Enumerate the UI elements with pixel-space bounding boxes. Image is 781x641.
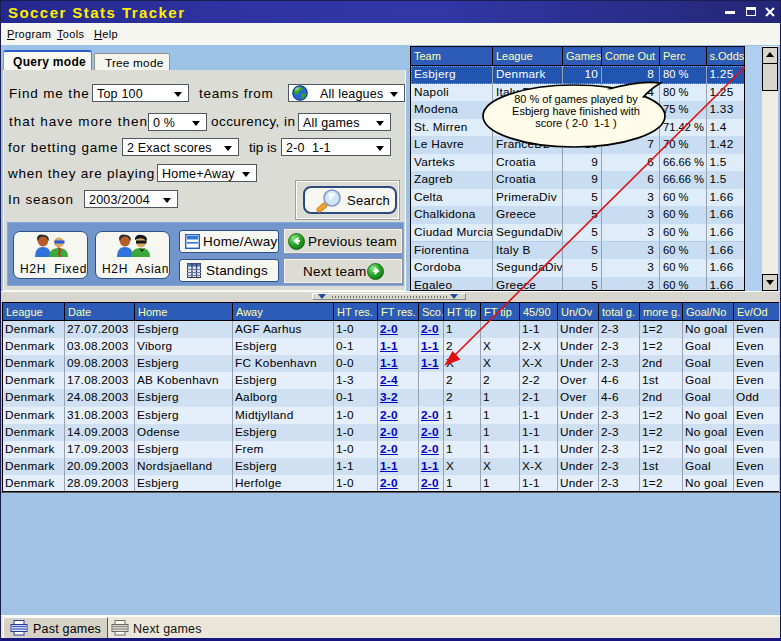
- svg-text:score ( 2-0 1-1 ): score ( 2-0 1-1 ): [535, 117, 616, 129]
- svg-text:80 % of games played by: 80 % of games played by: [514, 93, 638, 105]
- svg-text:Esbjerg have finished with: Esbjerg have finished with: [512, 105, 640, 117]
